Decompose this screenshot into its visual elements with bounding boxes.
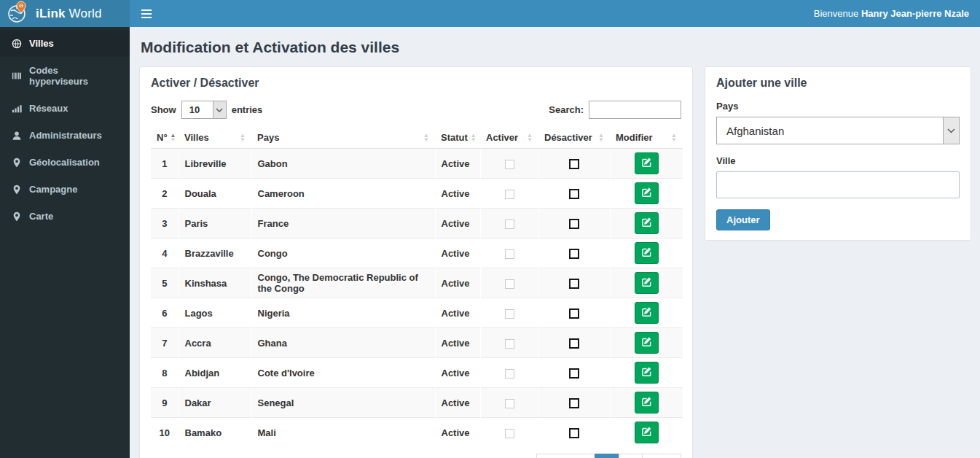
cell-activer	[480, 179, 538, 209]
ville-input[interactable]	[716, 171, 960, 198]
modifier-button[interactable]	[635, 152, 659, 174]
activer-checkbox	[505, 429, 514, 438]
cell-pays: Senegal	[251, 388, 435, 418]
page-length-select[interactable]: 10	[181, 101, 227, 119]
modifier-button[interactable]	[635, 422, 659, 443]
desactiver-checkbox[interactable]	[569, 189, 579, 199]
pays-selected-value: Afghanistan	[717, 117, 943, 144]
modifier-button[interactable]	[635, 302, 659, 324]
table-info: Showing 1 to 10 of 17 entries	[151, 454, 281, 458]
desactiver-checkbox[interactable]	[569, 368, 579, 379]
ajouter-button[interactable]: Ajouter	[716, 209, 770, 230]
panel-title: Activer / Désactiver	[151, 77, 681, 90]
cell-num: 8	[151, 358, 179, 388]
edit-icon	[641, 396, 652, 409]
search-label: Search:	[549, 104, 584, 115]
sidebar-item-geolocalisation[interactable]: Géolocalisation	[0, 149, 130, 176]
modifier-button[interactable]	[635, 362, 659, 384]
column-header-villes[interactable]: Villes▲▼	[179, 127, 251, 149]
desactiver-checkbox[interactable]	[569, 249, 579, 259]
sort-icon: ▲▼	[240, 133, 246, 142]
sort-icon: ▲▼	[671, 133, 677, 142]
table-row: 8AbidjanCote d'IvoireActive	[151, 358, 683, 388]
desactiver-checkbox[interactable]	[569, 279, 579, 289]
modifier-button[interactable]	[635, 242, 659, 264]
table-row: 2DoualaCameroonActive	[151, 179, 683, 209]
globe-pin-logo-icon: $	[7, 1, 28, 27]
page-title: Modification et Activation des villes	[141, 39, 969, 56]
activer-checkbox	[505, 369, 514, 379]
show-label: Show	[151, 104, 176, 115]
modifier-button[interactable]	[635, 272, 659, 294]
pagination: Previous12Next	[537, 454, 681, 458]
cell-ville: Libreville	[179, 149, 251, 179]
table-row: 1LibrevilleGabonActive	[151, 149, 683, 179]
ville-label: Ville	[716, 155, 960, 166]
cell-desactiver	[538, 418, 610, 448]
cell-modifier	[610, 388, 683, 418]
logo[interactable]: $ iLink World	[0, 0, 130, 27]
sidebar-item-label: Géolocalisation	[29, 157, 100, 168]
desactiver-checkbox[interactable]	[569, 159, 579, 169]
cell-statut: Active	[435, 328, 480, 358]
sort-icon: ▲▼	[598, 133, 604, 142]
search-input[interactable]	[589, 101, 681, 119]
modifier-button[interactable]	[635, 332, 659, 354]
table-body: 1LibrevilleGabonActive2DoualaCameroonAct…	[151, 149, 683, 448]
sidebar-item-reseaux[interactable]: Réseaux	[0, 95, 130, 122]
welcome-message: Bienvenue Hanry Jean-pierre Nzale	[814, 8, 980, 19]
cell-ville: Bamako	[179, 418, 251, 448]
sidebar-item-label: Codes hyperviseurs	[29, 65, 119, 87]
map-marker-icon	[11, 158, 22, 168]
page-button-next[interactable]: Next	[642, 454, 681, 458]
map-marker-icon	[11, 185, 22, 195]
modifier-button[interactable]	[635, 182, 659, 204]
desactiver-checkbox[interactable]	[569, 308, 579, 319]
sidebar-item-label: Réseaux	[29, 103, 68, 114]
column-header-statut[interactable]: Statut▲▼	[435, 127, 480, 149]
modifier-button[interactable]	[635, 212, 659, 234]
column-header-pays[interactable]: Pays▲▼	[251, 127, 435, 149]
column-header-activer[interactable]: Activer▲▼	[480, 127, 538, 149]
sidebar-item-campagne[interactable]: Campagne	[0, 176, 130, 203]
sidebar-item-carte[interactable]: Carte	[0, 203, 130, 230]
cell-statut: Active	[435, 149, 480, 179]
sidebar-item-label: Administrateurs	[29, 130, 102, 141]
edit-icon	[641, 306, 652, 319]
column-header-n[interactable]: N°▲▼	[151, 127, 179, 149]
table-row: 9DakarSenegalActive	[151, 388, 683, 418]
column-header-desactiver[interactable]: Désactiver▲▼	[538, 127, 610, 149]
column-header-modifier[interactable]: Modifier▲▼	[610, 127, 683, 149]
cell-pays: Nigeria	[251, 298, 435, 328]
desactiver-checkbox[interactable]	[569, 338, 579, 349]
chevron-down-icon	[943, 117, 959, 144]
desactiver-checkbox[interactable]	[569, 398, 579, 408]
table-row: 4BrazzavilleCongoActive	[151, 238, 683, 268]
modifier-button[interactable]	[635, 392, 659, 414]
cell-pays: Cameroon	[251, 179, 435, 209]
sidebar-item-codes-hyperviseurs[interactable]: Codes hyperviseurs	[0, 57, 130, 95]
villes-table: N°▲▼Villes▲▼Pays▲▼Statut▲▼Activer▲▼Désac…	[151, 127, 683, 447]
desactiver-checkbox[interactable]	[569, 428, 579, 438]
edit-icon	[641, 247, 652, 260]
add-city-panel: Ajouter une ville Pays Afghanistan Ville…	[705, 66, 971, 241]
user-icon	[11, 131, 22, 141]
sidebar-item-administrateurs[interactable]: Administrateurs	[0, 122, 130, 149]
edit-icon	[641, 157, 652, 170]
signal-icon	[11, 104, 22, 114]
page-button-previous[interactable]: Previous	[536, 454, 595, 458]
cell-desactiver	[538, 209, 610, 238]
cell-statut: Active	[435, 298, 480, 328]
cell-num: 9	[151, 388, 179, 418]
page-button-2[interactable]: 2	[619, 454, 643, 458]
cell-modifier	[610, 328, 683, 358]
cell-modifier	[610, 209, 683, 238]
page-button-1[interactable]: 1	[595, 454, 619, 458]
sidebar-item-villes[interactable]: Villes	[0, 30, 130, 57]
sidebar-toggle-button[interactable]	[130, 0, 163, 27]
activer-checkbox	[505, 160, 514, 169]
sidebar-item-label: Campagne	[29, 184, 77, 195]
desactiver-checkbox[interactable]	[569, 219, 579, 229]
cell-activer	[480, 268, 538, 298]
pays-select[interactable]: Afghanistan	[716, 117, 960, 144]
